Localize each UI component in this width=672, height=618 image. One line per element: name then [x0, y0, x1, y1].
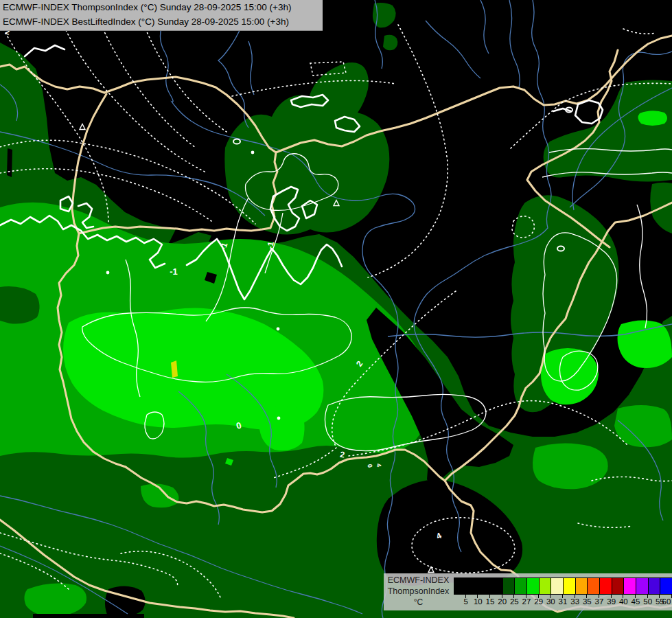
legend-color-cell: [478, 577, 490, 595]
legend-color-cell: [612, 577, 624, 595]
legend-color-cell: [563, 577, 575, 595]
title-line-thompson: ECMWF-INDEX ThompsonIndex (°C) Sunday 28…: [0, 0, 323, 14]
dot-marker: [277, 417, 281, 420]
legend-color-cell: [587, 577, 599, 595]
legend-product-label: ECMWF-INDEX: [384, 575, 453, 586]
weather-map-screen: -1-1-10222404 ECMWF-INDEX ThompsonIndex …: [0, 0, 672, 618]
legend-color-cell: [502, 577, 515, 595]
dot-marker: [106, 271, 110, 275]
legend-color-cell: [660, 577, 672, 595]
dot-marker: [277, 328, 280, 331]
legend-color-scale: [454, 577, 672, 595]
black-regions-shape: [33, 614, 144, 618]
legend-box: ECMWF-INDEX ThompsonIndex °C 51015202527…: [384, 573, 672, 610]
legend-color-cell: [551, 577, 563, 595]
legend-color-cell: [599, 577, 612, 595]
legend-color-cell: [454, 577, 466, 595]
weather-map: -1-1-10222404: [0, 0, 672, 618]
legend-color-cell: [648, 577, 660, 595]
legend-color-cell: [623, 577, 636, 595]
fill-level-dark-shape: [383, 35, 397, 51]
legend-color-cell: [490, 577, 502, 595]
fill-level-bright-shape: [638, 111, 667, 126]
legend-color-cell: [539, 577, 551, 595]
title-line-bestlifted: ECMWF-INDEX BestLiftedIndex (°C) Sunday …: [0, 14, 323, 29]
legend-color-cell: [575, 577, 588, 595]
contour-label: -1: [170, 266, 178, 277]
legend-color-cell: [514, 577, 526, 595]
legend-tick-label: 60: [658, 597, 672, 606]
legend-title-block: ECMWF-INDEX ThompsonIndex °C: [384, 575, 453, 608]
black-regions-shape: [7, 148, 12, 177]
legend-color-cell: [636, 577, 648, 595]
fill-level-medium-shape: [533, 443, 608, 489]
legend-unit-label: °C: [384, 597, 453, 608]
title-bar: ECMWF-INDEX ThompsonIndex (°C) Sunday 28…: [0, 0, 323, 31]
legend-color-cell: [466, 577, 478, 595]
legend-parameter-label: ThompsonIndex: [384, 586, 453, 597]
dot-marker: [251, 151, 255, 154]
legend-color-cell: [526, 577, 539, 595]
